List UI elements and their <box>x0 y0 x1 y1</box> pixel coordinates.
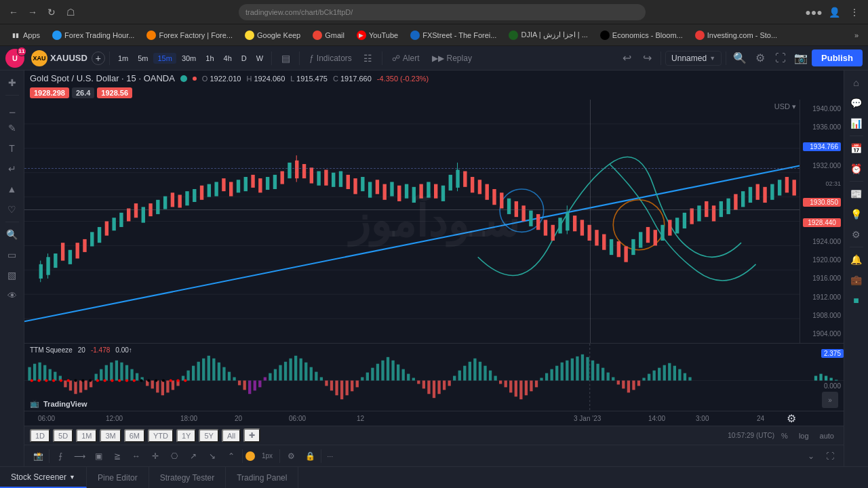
timeframe-1h[interactable]: 1h <box>201 53 218 64</box>
bookmark-gmail[interactable]: Gmail <box>307 28 350 42</box>
drawing-more-btn[interactable]: ··· <box>324 452 336 460</box>
alert-button[interactable]: ☍ Alert <box>387 52 425 65</box>
period-1m[interactable]: 1M <box>76 429 97 443</box>
tab-trading-panel[interactable]: Trading Panel <box>226 467 298 488</box>
publish-button[interactable]: Publish <box>812 49 863 66</box>
expand-indicator-button[interactable]: » <box>822 392 838 408</box>
hex-drawing-btn[interactable]: ⎔ <box>166 448 182 464</box>
period-1d[interactable]: 1D <box>30 429 50 443</box>
timeframe-4h[interactable]: 4h <box>220 53 236 64</box>
price-box-2[interactable]: 26.4 <box>72 87 94 98</box>
magnet-drawing-btn[interactable]: 📸 <box>30 448 46 464</box>
favorites-tool[interactable]: ♡ <box>3 200 22 219</box>
rect-drawing-btn[interactable]: ▣ <box>90 448 106 464</box>
symbol-selector[interactable]: XAU XAUUSD <box>31 50 87 66</box>
compare-button[interactable]: ✚ <box>243 428 260 443</box>
layout-button[interactable]: ☷ <box>359 49 378 68</box>
fullscreen-chart-btn[interactable]: ⛶ <box>822 448 838 464</box>
currency-label[interactable]: USD ▾ <box>774 102 796 111</box>
period-all[interactable]: All <box>222 429 241 443</box>
profile-icon[interactable]: 👤 <box>826 4 842 20</box>
extensions-icon[interactable]: ●●● <box>806 4 822 20</box>
indicators-button[interactable]: ƒ Indicators <box>304 52 357 65</box>
timeframe-5m[interactable]: 5m <box>134 53 152 64</box>
strategy-icon[interactable]: ⚙ <box>847 225 866 244</box>
crosshair-tool[interactable]: ✚ <box>3 73 22 92</box>
timeframe-d[interactable]: D <box>237 53 251 64</box>
undo-button[interactable]: ↩ <box>617 49 636 68</box>
auto-toggle[interactable]: auto <box>816 430 838 441</box>
time-settings-icon[interactable]: ⚙ <box>787 412 796 425</box>
settings-button[interactable]: ⚙ <box>751 49 770 68</box>
home-right-icon[interactable]: ⌂ <box>847 73 866 92</box>
price-box-3[interactable]: 1928.56 <box>97 87 132 98</box>
chart-canvas[interactable]: سـودآموز USD ▾ <box>24 100 844 343</box>
bookmark-forex-hours[interactable]: Forex Trading Hour... <box>47 28 140 42</box>
back-button[interactable]: ← <box>5 4 22 20</box>
home-button[interactable]: ☖ <box>62 4 79 20</box>
wave-drawing-btn[interactable]: ⌃ <box>223 448 239 464</box>
snapshot-button[interactable]: 📷 <box>791 49 810 68</box>
fullscreen-button[interactable]: ⛶ <box>771 49 790 68</box>
bookmark-djia[interactable]: DJIA | اجزا ارزش | ... <box>503 28 593 42</box>
screener-icon[interactable]: ■ <box>847 291 866 310</box>
color-picker[interactable] <box>245 451 255 461</box>
timeframe-w[interactable]: W <box>252 53 267 64</box>
percent-toggle[interactable]: % <box>777 430 792 441</box>
zoom-tool[interactable]: 🔍 <box>3 225 22 244</box>
price-box-1[interactable]: 1928.298 <box>30 87 69 98</box>
timeframe-30m[interactable]: 30m <box>178 53 200 64</box>
bookmarks-more[interactable]: » <box>850 29 863 41</box>
period-ytd[interactable]: YTD <box>148 429 174 443</box>
bookmark-investing[interactable]: Investing.com - Sto... <box>690 28 783 42</box>
pen-tool[interactable]: ✎ <box>3 119 22 138</box>
measure-tool[interactable]: ↵ <box>3 159 22 178</box>
chat-icon[interactable]: 💬 <box>847 94 866 113</box>
bookmark-fxstreet[interactable]: FXStreet - The Forei... <box>405 28 502 42</box>
timeframe-1m[interactable]: 1m <box>114 53 132 64</box>
add-symbol-button[interactable]: + <box>92 52 105 65</box>
bookmark-forex-factory[interactable]: Forex Factory | Fore... <box>141 28 238 42</box>
lock-drawing-btn[interactable]: 🔒 <box>302 448 318 464</box>
portfolio-icon[interactable]: 💼 <box>847 270 866 289</box>
cursor-drawing-btn[interactable]: ⨍ <box>52 448 68 464</box>
refresh-button[interactable]: ↻ <box>43 4 60 20</box>
diag-drawing-btn[interactable]: ↗ <box>185 448 201 464</box>
shapes-tool[interactable]: ▲ <box>3 180 22 199</box>
text-tool[interactable]: T <box>3 139 22 158</box>
bookmark-bloomberg[interactable]: Economics - Bloom... <box>595 28 688 42</box>
timeframe-15m[interactable]: 15m <box>153 53 176 64</box>
period-1y[interactable]: 1Y <box>176 429 196 443</box>
period-3m[interactable]: 3M <box>100 429 121 443</box>
clock-icon[interactable]: ⏰ <box>847 159 866 178</box>
arrow-drawing-btn[interactable]: ⟶ <box>71 448 87 464</box>
visible-tool[interactable]: 👁 <box>3 286 22 305</box>
address-bar[interactable]: tradingview.com/chart/bCk1ftpD/ <box>239 4 646 20</box>
eraser-tool[interactable]: ▧ <box>3 266 22 285</box>
period-6m[interactable]: 6M <box>124 429 145 443</box>
chart-right-icon[interactable]: 📊 <box>847 114 866 133</box>
period-5d[interactable]: 5D <box>53 429 73 443</box>
ideas-icon[interactable]: 💡 <box>847 205 866 224</box>
log-toggle[interactable]: log <box>795 430 813 441</box>
diagdown-drawing-btn[interactable]: ↘ <box>204 448 220 464</box>
measure-drawing-btn[interactable]: ↔ <box>128 448 144 464</box>
tab-strategy-tester[interactable]: Strategy Tester <box>149 467 226 488</box>
tab-stock-screener[interactable]: Stock Screener ▼ <box>0 467 87 488</box>
bookmark-apps[interactable]: ▮▮ Apps <box>5 28 45 42</box>
bookmark-google-keep[interactable]: Google Keep <box>239 28 306 42</box>
minimize-panels-btn[interactable]: ⌄ <box>803 448 819 464</box>
parallelchan-drawing-btn[interactable]: ≧ <box>109 448 125 464</box>
cross-drawing-btn[interactable]: ✛ <box>147 448 163 464</box>
redo-button[interactable]: ↪ <box>637 49 656 68</box>
chart-type-button[interactable]: ▤ <box>276 49 295 68</box>
tab-pine-editor[interactable]: Pine Editor <box>87 467 149 488</box>
magnet-tool[interactable]: ▭ <box>3 245 22 264</box>
period-5y[interactable]: 5Y <box>199 429 218 443</box>
layout-name-selector[interactable]: Unnamed ▼ <box>665 51 722 66</box>
calendar-icon[interactable]: 📅 <box>847 139 866 158</box>
trend-line-tool[interactable]: ⎯ <box>3 98 22 117</box>
replay-button[interactable]: ▶▶ Replay <box>427 52 477 65</box>
settings-icon[interactable]: ⋮ <box>846 4 863 20</box>
settings-drawing-btn[interactable]: ⚙ <box>283 448 299 464</box>
